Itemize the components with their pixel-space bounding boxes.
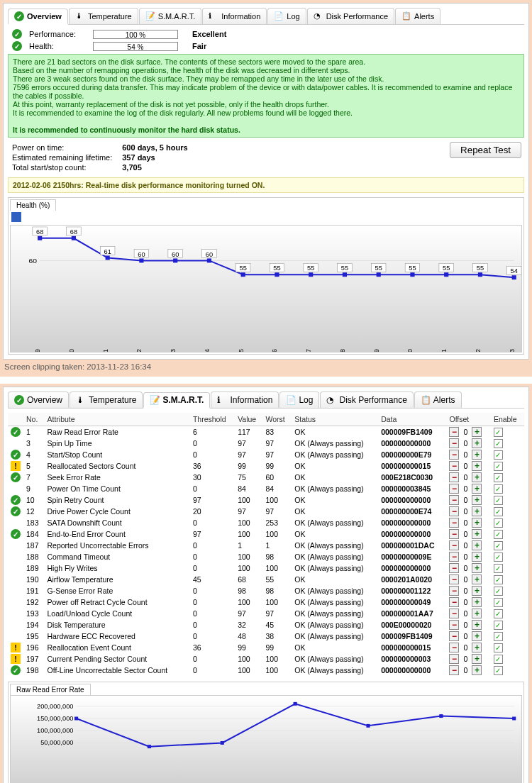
tab-diskperf[interactable]: ◔Disk Performance [320,392,413,408]
offset-stepper[interactable]: −0+ [449,631,482,641]
plus-button[interactable]: + [472,563,482,573]
minus-button[interactable]: − [449,450,459,460]
minus-button[interactable]: − [449,438,459,448]
tab-temperature[interactable]: 🌡Temperature [70,392,143,408]
minus-button[interactable]: − [449,609,459,618]
offset-stepper[interactable]: −0+ [449,427,482,437]
offset-stepper[interactable]: −0+ [449,461,482,471]
enable-checkbox[interactable]: ✓ [494,609,503,618]
plus-button[interactable]: + [472,665,482,675]
col-attr[interactable]: Attribute [45,413,190,426]
plus-button[interactable]: + [472,484,482,494]
table-row[interactable]: 190Airflow Temperature456855OK0000201A00… [8,574,524,585]
tab-smart[interactable]: 📝S.M.A.R.T. [139,8,202,24]
table-row[interactable]: !197Current Pending Sector Count0100100O… [8,653,524,665]
table-row[interactable]: 188Command Timeout010098OK (Always passi… [8,551,524,562]
tab-log[interactable]: 📄Log [267,8,306,24]
minus-button[interactable]: − [449,472,459,482]
plus-button[interactable]: + [472,506,482,516]
enable-checkbox[interactable]: ✓ [494,496,503,505]
table-row[interactable]: 187Reported Uncorrectable Errors011OK (A… [8,540,524,551]
health-chart-tab[interactable]: Health (%) [10,199,56,211]
tab-alerts[interactable]: 📋Alerts [414,392,462,408]
table-row[interactable]: ✓12Drive Power Cycle Count209797OK000000… [8,506,524,517]
minus-button[interactable]: − [449,665,459,675]
table-row[interactable]: 192Power off Retract Cycle Count0100100O… [8,596,524,608]
offset-stepper[interactable]: −0+ [449,574,482,584]
tab-smart[interactable]: 📝S.M.A.R.T. [143,392,210,409]
col-no[interactable]: No. [23,413,45,426]
plus-button[interactable]: + [472,597,482,607]
tab-temperature[interactable]: 🌡Temperature [69,8,138,24]
enable-checkbox[interactable]: ✓ [494,428,503,437]
enable-checkbox[interactable]: ✓ [494,587,503,596]
offset-stepper[interactable]: −0+ [449,529,482,539]
plus-button[interactable]: + [472,552,482,562]
enable-checkbox[interactable]: ✓ [494,518,503,528]
offset-stepper[interactable]: −0+ [449,540,482,550]
table-row[interactable]: 189High Fly Writes0100100OK (Always pass… [8,562,524,574]
plus-button[interactable]: + [472,540,482,550]
plus-button[interactable]: + [472,472,482,482]
offset-stepper[interactable]: −0+ [449,654,482,664]
table-row[interactable]: ✓184End-to-End Error Count97100100OK0000… [8,528,524,540]
plus-button[interactable]: + [472,574,482,584]
enable-checkbox[interactable]: ✓ [494,450,503,460]
minus-button[interactable]: − [449,552,459,562]
plus-button[interactable]: + [472,427,482,437]
tab-alerts[interactable]: 📋Alerts [395,8,440,24]
minus-button[interactable]: − [449,654,459,664]
table-row[interactable]: 193Load/Unload Cycle Count09797OK (Alway… [8,608,524,619]
offset-stepper[interactable]: −0+ [449,620,482,630]
enable-checkbox[interactable]: ✓ [494,621,503,630]
minus-button[interactable]: − [449,597,459,607]
table-row[interactable]: 195Hardware ECC Recovered04838OK (Always… [8,631,524,642]
enable-checkbox[interactable]: ✓ [494,530,503,539]
table-row[interactable]: ✓4Start/Stop Count09797OK (Always passin… [8,449,524,460]
minus-button[interactable]: − [449,461,459,471]
minus-button[interactable]: − [449,427,459,437]
offset-stepper[interactable]: −0+ [449,609,482,618]
table-row[interactable]: 191G-Sense Error Rate09898OK (Always pas… [8,585,524,596]
col-data[interactable]: Data [378,413,446,426]
plus-button[interactable]: + [472,654,482,664]
minus-button[interactable]: − [449,518,459,528]
offset-stepper[interactable]: −0+ [449,506,482,516]
enable-checkbox[interactable]: ✓ [494,632,503,641]
offset-stepper[interactable]: −0+ [449,552,482,562]
minus-button[interactable]: − [449,574,459,584]
enable-checkbox[interactable]: ✓ [494,439,503,448]
col-thr[interactable]: Threshold [190,413,235,426]
col-worst[interactable]: Worst [263,413,292,426]
enable-checkbox[interactable]: ✓ [494,575,503,584]
minus-button[interactable]: − [449,484,459,494]
repeat-test-button[interactable]: Repeat Test [450,142,521,158]
offset-stepper[interactable]: −0+ [449,665,482,675]
table-row[interactable]: 183SATA Downshift Count0100253OK (Always… [8,517,524,528]
tab-overview[interactable]: ✓Overview [8,9,68,25]
enable-checkbox[interactable]: ✓ [494,552,503,562]
offset-stepper[interactable]: −0+ [449,438,482,448]
plus-button[interactable]: + [472,529,482,539]
minus-button[interactable]: − [449,620,459,630]
enable-checkbox[interactable]: ✓ [494,564,503,573]
table-row[interactable]: ✓10Spin Retry Count97100100OK00000000000… [8,494,524,506]
enable-checkbox[interactable]: ✓ [494,643,503,652]
offset-stepper[interactable]: −0+ [449,450,482,460]
rrer-chart-tab[interactable]: Raw Read Error Rate [10,684,91,695]
minus-button[interactable]: − [449,643,459,652]
table-row[interactable]: 194Disk Temperature03245OK (Always passi… [8,619,524,631]
enable-checkbox[interactable]: ✓ [494,598,503,607]
col-enable[interactable]: Enable [491,413,524,426]
table-row[interactable]: 3Spin Up Time09797OK (Always passing)000… [8,438,524,449]
enable-checkbox[interactable]: ✓ [494,666,503,675]
enable-checkbox[interactable]: ✓ [494,484,503,494]
minus-button[interactable]: − [449,563,459,573]
tab-log[interactable]: 📄Log [279,392,319,408]
tab-information[interactable]: ℹInformation [202,8,267,24]
offset-stepper[interactable]: −0+ [449,472,482,482]
minus-button[interactable]: − [449,540,459,550]
save-icon[interactable] [11,212,21,222]
enable-checkbox[interactable]: ✓ [494,473,503,482]
plus-button[interactable]: + [472,631,482,641]
